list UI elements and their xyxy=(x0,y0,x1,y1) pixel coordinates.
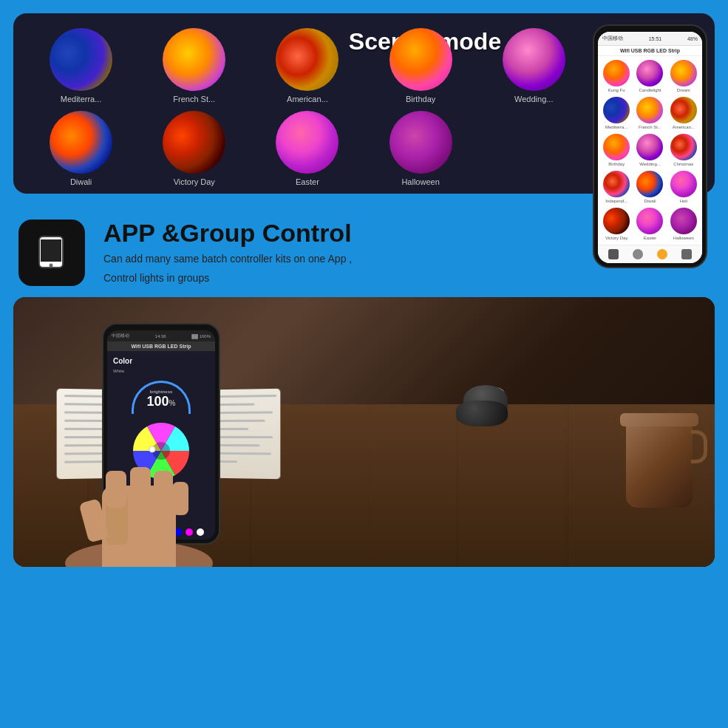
app-icon xyxy=(18,220,85,286)
svg-rect-7 xyxy=(130,467,151,508)
app-description-line2: Control lights in groups xyxy=(103,271,710,286)
bp-brightness-value: 100 xyxy=(147,393,169,408)
app-description-line1: Can add many same batch controller kits … xyxy=(103,251,710,267)
controller-device xyxy=(456,391,508,426)
phone-status-bar: 中国移动 15:51 48% xyxy=(598,32,702,46)
phone-battery: 48% xyxy=(687,36,698,41)
scene-circle-halloween xyxy=(389,111,452,174)
app-text-section: APP &Group Control Can add many same bat… xyxy=(103,220,710,285)
coffee-cup xyxy=(626,419,693,508)
scene-label-victory: Victory Day xyxy=(174,177,215,186)
scene-circle-wedding xyxy=(503,28,565,91)
scene-circle-french-st xyxy=(163,28,225,91)
scene-victory[interactable]: Victory Day xyxy=(141,111,247,186)
svg-rect-1 xyxy=(41,239,61,262)
bottom-section: 中国移动 14:36 ▓▓ 100% Wifi USB RGB LED Stri… xyxy=(13,297,715,567)
bp-title: Wifi USB RGB LED Strip xyxy=(107,341,215,351)
svg-rect-8 xyxy=(154,471,173,509)
scene-label-american: American... xyxy=(287,95,328,103)
scene-circle-diwali xyxy=(50,111,112,174)
scene-easter[interactable]: Easter xyxy=(254,111,360,186)
svg-rect-9 xyxy=(172,482,188,515)
phone-app-title: Wifi USB RGB LED Strip xyxy=(598,46,702,56)
scene-circle-american xyxy=(276,28,339,91)
hand-holding-phone xyxy=(50,426,213,567)
scene-label-mediterra: Mediterra... xyxy=(61,95,102,103)
scene-circle-victory xyxy=(163,111,225,174)
hand-svg xyxy=(50,426,228,567)
svg-rect-6 xyxy=(106,471,126,508)
scene-diwali[interactable]: Diwali xyxy=(28,111,134,186)
table-background: 中国移动 14:36 ▓▓ 100% Wifi USB RGB LED Stri… xyxy=(13,297,715,567)
bottom-phone-status: 中国移动 14:36 ▓▓ 100% xyxy=(107,330,215,341)
phone-icon-svg xyxy=(32,233,72,273)
app-title: APP &Group Control xyxy=(103,220,710,247)
bp-carrier: 中国移动 xyxy=(112,333,129,339)
scenes-section: Scenes mode Mediterra... French St... Am… xyxy=(13,13,715,194)
scene-label-birthday: Birthday xyxy=(406,95,435,103)
scene-mediterra[interactable]: Mediterra... xyxy=(28,28,134,103)
scene-french-st[interactable]: French St... xyxy=(141,28,247,103)
bp-color-sublabel: White xyxy=(113,369,124,373)
phone-time: 15:51 xyxy=(649,36,662,41)
scene-label-halloween: Halloween xyxy=(401,177,439,186)
bp-time: 14:36 xyxy=(155,334,166,339)
scene-label-diwali: Diwali xyxy=(70,177,92,186)
svg-point-2 xyxy=(49,263,52,267)
bp-battery: ▓▓ 100% xyxy=(191,334,211,339)
scene-label-easter: Easter xyxy=(296,177,319,186)
scene-circle-mediterra xyxy=(50,28,112,91)
scene-american[interactable]: American... xyxy=(254,28,360,103)
scene-label-french-st: French St... xyxy=(173,95,215,103)
scene-circle-easter xyxy=(276,111,339,174)
scene-label-wedding: Wedding... xyxy=(514,95,553,103)
scene-halloween[interactable]: Halloween xyxy=(368,111,474,186)
middle-section: ♪ ♫ ♪ ♩ ♪ ♫ ♪ ♫ APP &Group Control Can a… xyxy=(0,194,728,297)
bp-color-label: Color xyxy=(113,357,209,365)
scene-circle-birthday xyxy=(389,28,452,91)
phone-carrier: 中国移动 xyxy=(602,35,623,42)
